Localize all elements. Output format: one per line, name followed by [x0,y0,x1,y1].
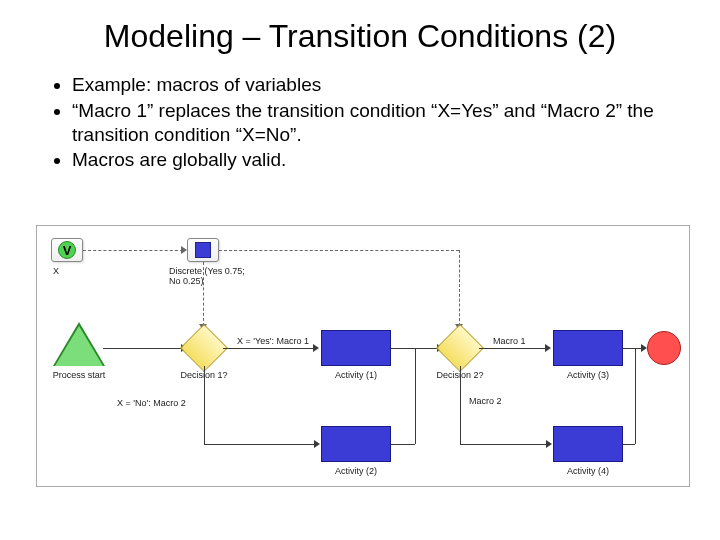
connector-dashed [219,250,459,251]
arrow-right-icon [546,440,552,448]
connector-dashed [83,250,183,251]
distribution-label: Discrete (Yes 0.75; No 0.25) [169,266,257,286]
bullet-item: Macros are globally valid. [72,148,680,172]
process-start-icon [55,326,103,366]
connector [635,348,636,444]
page-title: Modeling – Transition Conditions (2) [40,18,680,55]
connector [204,366,205,444]
activity-1-label: Activity (1) [321,370,391,380]
connector [623,444,635,445]
decision-2 [436,324,484,372]
x-label: X [53,266,59,276]
activity-3-label: Activity (3) [553,370,623,380]
variable-badge: V [51,238,83,262]
activity-3-box [553,330,623,366]
connector [460,366,461,444]
bullet-item: Example: macros of variables [72,73,680,97]
arrow-right-icon [181,246,187,254]
activity-1-box [321,330,391,366]
variable-circle-icon: V [58,241,76,259]
macro1-label: Macro 1 [493,336,526,346]
activity-4-label: Activity (4) [553,466,623,476]
decision-1 [180,324,228,372]
bullet-list: Example: macros of variables “Macro 1” r… [50,73,680,172]
connector [623,348,643,349]
distribution-square-icon [195,242,211,258]
activity-4-box [553,426,623,462]
process-start-label: Process start [43,370,115,380]
variable-badge-label: V [63,243,72,258]
connector [103,348,183,349]
connector [460,444,548,445]
connector [479,348,547,349]
activity-2-label: Activity (2) [321,466,391,476]
arrow-right-icon [313,344,319,352]
flow-diagram: V X Discrete (Yes 0.75; No 0.25) Process… [36,225,690,487]
connector [391,444,415,445]
connector [415,348,416,444]
arrow-right-icon [545,344,551,352]
arrow-right-icon [314,440,320,448]
activity-2-box [321,426,391,462]
macro2-edge-label: X = 'No': Macro 2 [117,398,186,408]
macro2-label: Macro 2 [469,396,502,406]
macro1-edge-label: X = 'Yes': Macro 1 [237,336,309,346]
distribution-badge [187,238,219,262]
end-point [647,331,681,365]
connector [204,444,316,445]
bullet-item: “Macro 1” replaces the transition condit… [72,99,680,147]
connector-dashed [203,262,204,326]
connector-dashed [459,250,460,326]
connector [223,348,315,349]
